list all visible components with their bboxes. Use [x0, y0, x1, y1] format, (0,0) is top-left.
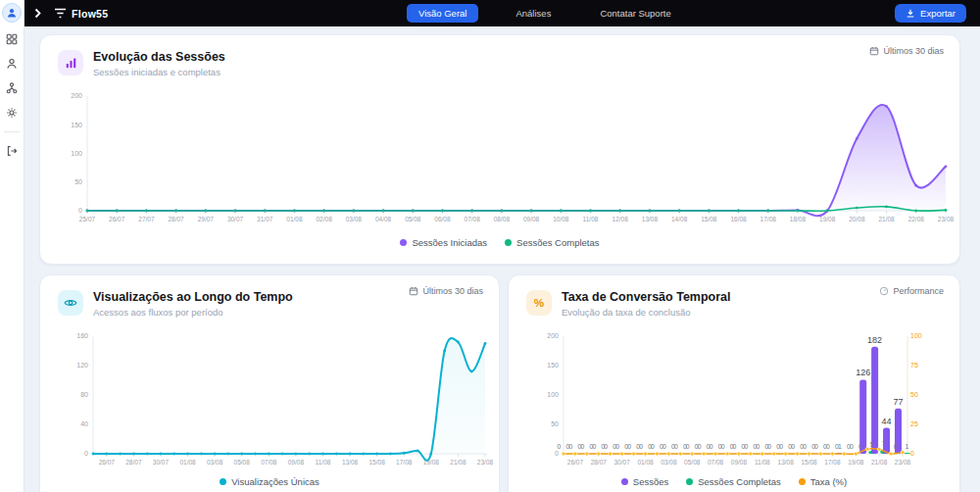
svg-text:10/08: 10/08	[553, 216, 569, 222]
svg-text:28/07: 28/07	[591, 459, 608, 466]
svg-text:50: 50	[910, 391, 918, 398]
views-over-time-card: Últimos 30 dias Visualizações ao Longo d…	[39, 274, 500, 492]
legend-label: Sessões Completas	[516, 237, 599, 248]
svg-text:44: 44	[882, 417, 892, 426]
svg-text:0: 0	[662, 443, 666, 450]
svg-text:01/08: 01/08	[179, 459, 196, 466]
svg-text:17/08: 17/08	[396, 459, 413, 466]
download-icon	[906, 8, 915, 19]
chart-legend: Sessões IniciadasSessões Completas	[40, 237, 959, 248]
svg-text:01/08: 01/08	[637, 459, 654, 466]
chart-legend: Visualizações Únicas	[40, 476, 499, 487]
chevron-right-icon	[33, 8, 42, 19]
svg-text:0: 0	[569, 443, 573, 450]
svg-text:0: 0	[710, 443, 713, 450]
svg-text:0: 0	[756, 443, 760, 450]
svg-text:0: 0	[858, 443, 862, 450]
svg-text:75: 75	[910, 362, 918, 369]
svg-text:50: 50	[74, 178, 82, 185]
svg-text:30/07: 30/07	[153, 459, 170, 466]
legend-item: Sessões	[621, 476, 668, 487]
views-over-time-chart: 0408012016026/0728/0730/0701/0803/0805/0…	[40, 275, 499, 492]
svg-text:0: 0	[826, 443, 830, 450]
svg-text:0: 0	[627, 443, 631, 450]
logo-funnel-icon	[54, 8, 67, 19]
sidebar	[0, 0, 24, 492]
nav-item-contatar-suporte[interactable]: Contatar Suporte	[588, 4, 682, 23]
svg-text:40: 40	[80, 420, 88, 427]
svg-text:100: 100	[910, 332, 922, 339]
sidebar-toggle-chevron[interactable]	[30, 7, 44, 21]
svg-text:50: 50	[551, 420, 559, 427]
nav-item-visao-geral[interactable]: Visão Geral	[407, 4, 478, 23]
user-avatar[interactable]	[2, 3, 22, 23]
svg-text:0: 0	[779, 443, 783, 450]
svg-text:07/08: 07/08	[465, 216, 481, 222]
legend-dot-icon	[799, 478, 806, 485]
svg-text:200: 200	[547, 332, 559, 339]
svg-text:200: 200	[71, 92, 82, 99]
svg-text:29/07: 29/07	[198, 216, 215, 222]
svg-text:25: 25	[910, 420, 918, 427]
nav-item-analises[interactable]: Análises	[504, 4, 563, 23]
sidebar-item-settings[interactable]	[4, 105, 20, 121]
svg-text:0: 0	[814, 443, 818, 450]
svg-text:21/08: 21/08	[878, 216, 895, 222]
svg-text:0: 0	[78, 207, 82, 214]
chart-legend: SessõesSessões CompletasTaxa (%)	[509, 476, 959, 487]
svg-text:11/08: 11/08	[755, 459, 770, 466]
svg-text:13/08: 13/08	[778, 459, 795, 466]
svg-text:12/08: 12/08	[612, 216, 629, 222]
svg-text:27/07: 27/07	[138, 216, 155, 222]
legend-label: Visualizações Únicas	[231, 476, 319, 487]
legend-item: Sessões Iniciadas	[400, 237, 487, 248]
svg-text:150: 150	[71, 122, 82, 128]
sidebar-item-users[interactable]	[4, 56, 20, 72]
svg-text:20/08: 20/08	[849, 216, 865, 222]
legend-item: Sessões Completas	[505, 237, 599, 248]
svg-text:0: 0	[894, 443, 898, 450]
svg-text:30/07: 30/07	[227, 216, 244, 222]
legend-label: Sessões Completas	[698, 476, 780, 487]
svg-text:13/08: 13/08	[642, 216, 659, 222]
export-button[interactable]: Exportar	[895, 4, 966, 23]
svg-text:5: 5	[870, 441, 874, 448]
conversion-rate-chart: 05010015020026/0728/0730/0701/0803/0805/…	[509, 275, 959, 492]
svg-text:77: 77	[893, 397, 903, 407]
svg-text:0: 0	[791, 443, 795, 450]
svg-text:09/08: 09/08	[288, 459, 305, 466]
sessions-evolution-card: Últimos 30 dias Evolução das Sessões Ses…	[39, 34, 960, 265]
svg-text:0: 0	[745, 443, 749, 450]
svg-text:1: 1	[906, 443, 909, 450]
svg-text:15/08: 15/08	[801, 459, 817, 466]
svg-text:26/07: 26/07	[99, 459, 116, 466]
svg-text:15/08: 15/08	[701, 216, 717, 222]
svg-text:18/08: 18/08	[790, 216, 807, 222]
svg-text:28/07: 28/07	[125, 459, 142, 466]
svg-text:0: 0	[803, 443, 807, 450]
svg-text:0: 0	[580, 443, 584, 450]
legend-item: Sessões Completas	[686, 476, 780, 487]
sidebar-item-dashboard[interactable]	[4, 31, 20, 47]
sidebar-divider	[4, 131, 20, 132]
svg-text:7: 7	[882, 440, 886, 447]
svg-text:09/08: 09/08	[731, 459, 748, 466]
svg-text:23/08: 23/08	[895, 459, 911, 466]
svg-text:01/08: 01/08	[286, 216, 303, 222]
legend-dot-icon	[686, 478, 693, 485]
svg-text:126: 126	[856, 368, 870, 377]
flows-sitemap-icon	[6, 82, 18, 94]
svg-text:17/08: 17/08	[824, 459, 841, 466]
svg-text:120: 120	[76, 362, 88, 369]
sidebar-item-flows[interactable]	[4, 80, 20, 96]
svg-text:1: 1	[838, 443, 842, 450]
svg-text:15/08: 15/08	[369, 459, 386, 466]
svg-text:31/07: 31/07	[257, 216, 273, 222]
svg-text:0: 0	[558, 443, 562, 450]
legend-dot-icon	[220, 478, 226, 485]
sidebar-item-logout[interactable]	[4, 143, 20, 159]
svg-text:26/07: 26/07	[567, 459, 584, 466]
svg-text:0: 0	[698, 443, 702, 450]
svg-text:23/08: 23/08	[938, 216, 955, 222]
legend-label: Taxa (%)	[810, 476, 847, 487]
